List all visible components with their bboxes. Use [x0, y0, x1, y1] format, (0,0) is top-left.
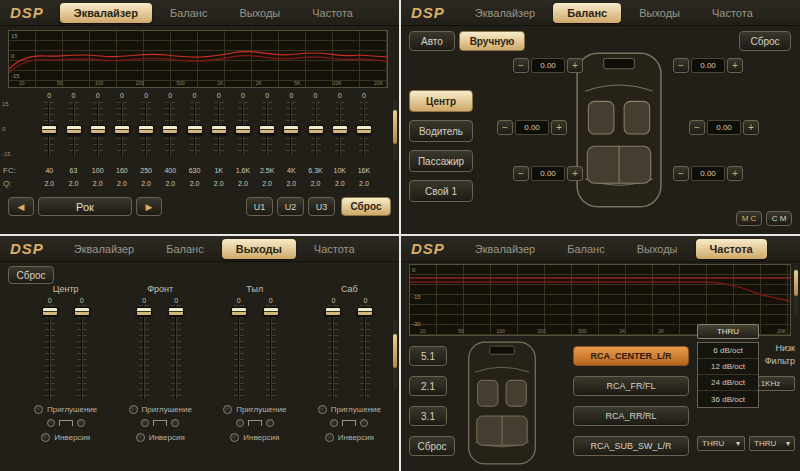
minus-button[interactable]: − [497, 120, 513, 135]
tab-outputs[interactable]: Выходы [222, 239, 296, 259]
slider-handle[interactable] [138, 125, 154, 134]
graph-scrollbar-thumb[interactable] [794, 270, 798, 296]
output-level-slider[interactable] [42, 305, 58, 399]
auto-button[interactable]: Авто [409, 31, 455, 51]
eq-band-slider[interactable] [332, 102, 348, 156]
tab-outputs[interactable]: Выходы [623, 239, 692, 259]
mute-checkbox[interactable] [129, 405, 138, 414]
memory-u3-button[interactable]: U3 [308, 197, 335, 216]
slider-handle[interactable] [42, 307, 58, 316]
channel-sub-button[interactable]: RCA_SUB_SW_L/R [573, 436, 689, 456]
plus-button[interactable]: + [567, 58, 583, 73]
tab-balance[interactable]: Баланс [152, 239, 217, 259]
slider-handle[interactable] [66, 125, 82, 134]
mute-checkbox[interactable] [223, 405, 232, 414]
slider-handle[interactable] [162, 125, 178, 134]
channel-center-button[interactable]: RCA_CENTER_L/R [573, 346, 689, 366]
outputs-scrollbar-thumb[interactable] [393, 334, 397, 368]
eq-band-slider[interactable] [66, 102, 82, 156]
memory-u2-button[interactable]: U2 [277, 197, 304, 216]
slider-handle[interactable] [283, 125, 299, 134]
tab-frequency[interactable]: Частота [298, 3, 367, 23]
eq-band-slider[interactable] [259, 102, 275, 156]
eq-band-slider[interactable] [114, 102, 130, 156]
slider-handle[interactable] [259, 125, 275, 134]
tab-outputs[interactable]: Выходы [225, 3, 294, 23]
output-level-slider[interactable] [325, 305, 341, 399]
slider-handle[interactable] [114, 125, 130, 134]
slider-handle[interactable] [332, 125, 348, 134]
eq-band-slider[interactable] [138, 102, 154, 156]
mode-21-button[interactable]: 2.1 [409, 376, 447, 396]
tab-outputs[interactable]: Выходы [625, 3, 694, 23]
slider-handle[interactable] [357, 307, 373, 316]
output-level-slider[interactable] [231, 305, 247, 399]
slider-handle[interactable] [41, 125, 57, 134]
slider-handle[interactable] [187, 125, 203, 134]
outputs-scrollbar[interactable] [393, 320, 397, 390]
channel-rear-button[interactable]: RCA_RR/RL [573, 406, 689, 426]
invert-checkbox[interactable] [41, 433, 50, 442]
memory-u1-button[interactable]: U1 [246, 197, 273, 216]
manual-button[interactable]: Вручную [459, 31, 525, 51]
eq-band-slider[interactable] [211, 102, 227, 156]
plus-button[interactable]: + [727, 58, 743, 73]
tab-equalizer[interactable]: Эквалайзер [60, 239, 148, 259]
mute-checkbox[interactable] [318, 405, 327, 414]
eq-band-slider[interactable] [162, 102, 178, 156]
link-left-checkbox[interactable] [141, 419, 149, 427]
slider-handle[interactable] [356, 125, 372, 134]
plus-button[interactable]: + [567, 166, 583, 181]
output-level-slider[interactable] [74, 305, 90, 399]
eq-band-slider[interactable] [356, 102, 372, 156]
slope-option[interactable]: 24 dB/oct [698, 375, 758, 391]
invert-checkbox[interactable] [136, 433, 145, 442]
preset-prev-button[interactable]: ◀ [8, 197, 34, 216]
slope-option[interactable]: 12 dB/oct [698, 359, 758, 375]
eq-band-slider[interactable] [235, 102, 251, 156]
slider-handle[interactable] [136, 307, 152, 316]
preset-passenger-button[interactable]: Пассажир [409, 150, 473, 172]
preset-name-button[interactable]: Рок [38, 197, 132, 216]
slider-handle[interactable] [263, 307, 279, 316]
eq-reset-button[interactable]: Сброс [341, 197, 391, 216]
plus-button[interactable]: + [727, 166, 743, 181]
output-level-slider[interactable] [136, 305, 152, 399]
outputs-reset-button[interactable]: Сброс [8, 266, 54, 284]
tab-equalizer[interactable]: Эквалайзер [461, 3, 549, 23]
channel-front-button[interactable]: RCA_FR/FL [573, 376, 689, 396]
eq-band-slider[interactable] [308, 102, 324, 156]
tab-frequency[interactable]: Частота [300, 239, 369, 259]
slope-option[interactable]: 6 dB/oct [698, 343, 758, 359]
balance-reset-button[interactable]: Сброс [739, 31, 791, 51]
preset-driver-button[interactable]: Водитель [409, 120, 473, 142]
slider-handle[interactable] [211, 125, 227, 134]
tab-balance[interactable]: Баланс [553, 239, 618, 259]
eq-band-slider[interactable] [187, 102, 203, 156]
link-right-checkbox[interactable] [77, 419, 85, 427]
link-left-checkbox[interactable] [330, 419, 338, 427]
link-right-checkbox[interactable] [360, 419, 368, 427]
eq-band-slider[interactable] [90, 102, 106, 156]
invert-checkbox[interactable] [230, 433, 239, 442]
slider-handle[interactable] [308, 125, 324, 134]
invert-checkbox[interactable] [325, 433, 334, 442]
output-level-slider[interactable] [357, 305, 373, 399]
output-level-slider[interactable] [263, 305, 279, 399]
tab-balance[interactable]: Баланс [156, 3, 221, 23]
plus-button[interactable]: + [743, 120, 759, 135]
minus-button[interactable]: − [513, 58, 529, 73]
slider-handle[interactable] [74, 307, 90, 316]
tab-equalizer[interactable]: Эквалайзер [461, 239, 549, 259]
link-right-checkbox[interactable] [266, 419, 274, 427]
link-left-checkbox[interactable] [236, 419, 244, 427]
slider-handle[interactable] [235, 125, 251, 134]
mode-31-button[interactable]: 3.1 [409, 406, 447, 426]
thru-select-left[interactable]: THRU ▾ [697, 436, 745, 451]
cm-mode-button[interactable]: C M [766, 211, 792, 226]
output-level-slider[interactable] [168, 305, 184, 399]
minus-button[interactable]: − [513, 166, 529, 181]
mc-mode-button[interactable]: M C [736, 211, 762, 226]
mode-51-button[interactable]: 5.1 [409, 346, 447, 366]
preset-center-button[interactable]: Центр [409, 90, 473, 112]
